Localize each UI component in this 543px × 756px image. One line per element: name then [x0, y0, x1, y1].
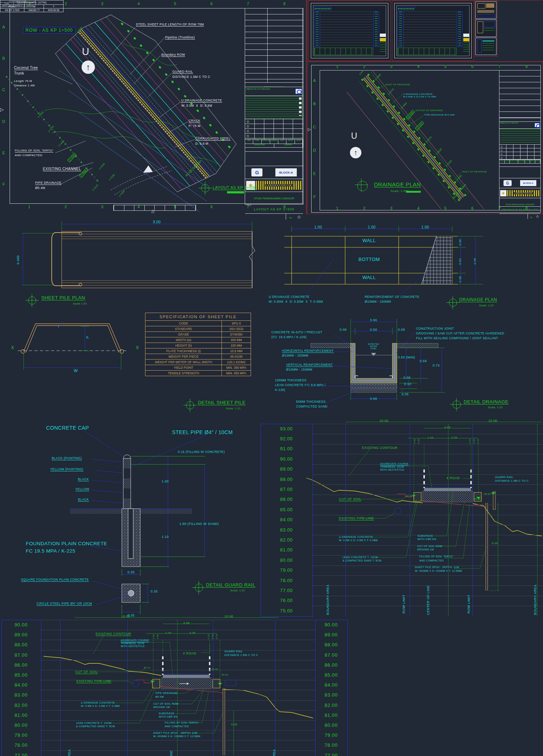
decor	[398, 48, 457, 55]
decor	[62, 234, 252, 285]
list-item: B	[1, 42, 7, 74]
decor	[123, 498, 131, 509]
decor	[373, 11, 379, 47]
decor	[92, 459, 123, 462]
list-item: A	[312, 69, 317, 92]
decor: SPECIFICATION OF SHEET PILECODESPU IISTA…	[145, 313, 251, 376]
decor: ◇◇◇◇	[245, 119, 303, 140]
north-arrow-icon: ↑	[350, 147, 361, 158]
decor: WIDTH (w)400 MM	[145, 337, 251, 343]
elevation-value: 77.00	[1, 750, 41, 756]
decor	[325, 391, 356, 403]
decor: 100 MM	[222, 343, 251, 348]
list-item: 1	[324, 206, 351, 211]
decor	[123, 455, 131, 458]
decor	[477, 14, 495, 17]
decor	[177, 620, 178, 756]
decor	[245, 8, 303, 83]
list-item: 5	[432, 206, 459, 211]
decor	[312, 424, 543, 616]
decor	[113, 205, 196, 211]
decor	[128, 509, 133, 559]
decor	[484, 21, 495, 27]
decor: REFERENCE DRAWING	[245, 83, 303, 87]
decor: DRAINAGE PLAN AS KP 1+500	[499, 207, 540, 214]
thumbnail-sheet-1	[309, 1, 391, 61]
decor: ◇◇◇◇	[499, 145, 540, 160]
elevation-value: 86.00	[261, 495, 312, 505]
list-item: COMPANY	[274, 144, 303, 147]
decor: STUDI PENANGANAN LONGSOR DAN BANJIR DI R…	[499, 198, 540, 207]
consultant-name: LABORATORIUM	[514, 192, 533, 194]
decor	[371, 353, 376, 356]
elevation-scale: 90.0089.0088.0087.0086.0085.0084.0083.00…	[1, 620, 41, 756]
project-line1: STUDI PENANGANAN LONGSOR	[506, 203, 535, 206]
list-item: E	[312, 162, 317, 185]
list-item: 6	[459, 64, 486, 69]
decor	[306, 258, 334, 295]
decor: MIN. 450 MPA	[222, 371, 251, 376]
elevation-value: 75.00	[261, 606, 312, 616]
elevation-scale: 93.0092.0091.0090.0089.0088.0087.0086.00…	[261, 424, 312, 616]
elevation-value: 79.00	[315, 730, 347, 740]
decor	[92, 546, 122, 551]
decor	[380, 42, 386, 52]
decor	[123, 478, 131, 488]
decor	[499, 129, 540, 145]
list-item: DATE	[253, 140, 261, 144]
decor	[140, 509, 192, 514]
decor	[475, 38, 496, 55]
blocka-logo-icon: BLOCK-A	[520, 180, 536, 186]
decor: A3	[528, 214, 535, 219]
decor: CONSULTANTCOMPANY	[245, 144, 303, 148]
key-diamond-icon: ◇	[295, 214, 303, 219]
decor: WEIGHT PER METER OF WALL WIDTH	[145, 360, 222, 365]
list-item: C	[312, 115, 317, 138]
decor	[128, 590, 134, 596]
decor: LABORATORIUM	[507, 190, 540, 196]
list-item: DATE	[505, 160, 510, 163]
sheet-size: A3	[289, 217, 292, 219]
decor	[267, 8, 268, 82]
decor: 120.1 KG/M2	[222, 360, 251, 365]
grid-ticks-left: ABCDEF	[312, 69, 317, 208]
view-title-box: ROW - AS KP 1+500	[23, 27, 76, 34]
decor	[315, 7, 331, 10]
list-item: 3	[378, 206, 405, 211]
elevation-value: 81.00	[1, 710, 41, 720]
decor	[355, 376, 392, 378]
elevation-value: 89.00	[315, 630, 347, 640]
decor	[120, 350, 124, 353]
company-logo-icon	[535, 123, 540, 127]
list-item: PURPOSE	[510, 160, 518, 163]
elevation-value: 89.00	[261, 464, 312, 474]
elevation-value: 85.00	[1, 670, 41, 680]
key-diamond-icon: ◇	[535, 214, 540, 218]
decor: PLATE THICKHNESS (t)	[145, 348, 222, 354]
elevation-value: 87.00	[261, 484, 312, 494]
elevation-value: 78.00	[315, 740, 347, 750]
decor	[22, 221, 255, 288]
list-item: 2	[48, 1, 84, 7]
list-item: E	[1, 137, 7, 168]
north-arrow-icon: ↑	[82, 61, 95, 74]
elevation-value: 76.00	[261, 596, 312, 606]
decor: REVDATEPURPOSEDRAWNSIGNAPVDAPVD	[499, 160, 540, 164]
decor	[486, 3, 494, 8]
title-block: REFERENCE DRAWING MEDCO E & P MALAKA BLO…	[245, 8, 303, 205]
list-item: 8	[513, 64, 540, 69]
data-table: SPECIFICATION OF SHEET PILECODESPU IISTA…	[145, 313, 251, 376]
decor: WEIGHT PER PIECE	[145, 354, 222, 360]
decor	[127, 620, 128, 756]
elevation-value: 85.00	[315, 670, 347, 680]
decor	[21, 350, 25, 353]
decor	[227, 191, 244, 193]
list-item: REV	[245, 140, 253, 144]
decor	[70, 509, 122, 514]
decor	[70, 430, 207, 614]
operator-logo-icon: G	[504, 180, 512, 186]
drawing-title: DRAINAGE PLAN AS KP 1+500	[499, 209, 540, 211]
decor: ◇◇◇◇	[499, 145, 540, 159]
decor	[463, 42, 469, 52]
elevation-value: 91.00	[261, 444, 312, 454]
